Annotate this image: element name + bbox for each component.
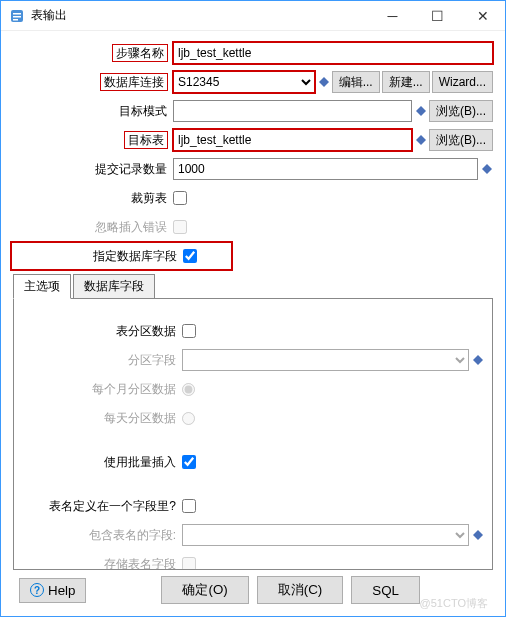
tab-main[interactable]: 主选项 <box>13 274 71 299</box>
truncate-label: 裁剪表 <box>13 190 173 207</box>
svg-rect-3 <box>13 19 18 21</box>
partition-field-select <box>182 349 469 371</box>
new-button[interactable]: 新建... <box>382 71 430 93</box>
app-icon <box>9 8 25 24</box>
help-label: Help <box>48 583 75 598</box>
diamond-icon[interactable] <box>472 354 484 366</box>
browse-table-button[interactable]: 浏览(B)... <box>429 129 493 151</box>
daily-label: 每天分区数据 <box>22 410 182 427</box>
ok-button[interactable]: 确定(O) <box>161 576 248 604</box>
svg-rect-2 <box>13 16 21 18</box>
sql-button[interactable]: SQL <box>351 576 420 604</box>
help-icon: ? <box>30 583 44 597</box>
cancel-button[interactable]: 取消(C) <box>257 576 344 604</box>
window-buttons: ─ ☐ ✕ <box>370 1 505 30</box>
commit-size-input[interactable] <box>173 158 478 180</box>
content-area: 步骤名称 数据库连接 S12345 编辑... 新建... Wizard... … <box>1 31 505 616</box>
table-name-field-label: 包含表名的字段: <box>22 527 182 544</box>
main-tab-panel: 表分区数据 分区字段 每个月分区数据 每天分区数据 使用批量插入 <box>13 298 493 570</box>
window-title: 表输出 <box>31 7 370 24</box>
store-table-name-checkbox <box>182 557 196 570</box>
target-table-input[interactable] <box>173 129 412 151</box>
close-button[interactable]: ✕ <box>460 1 505 30</box>
browse-schema-button[interactable]: 浏览(B)... <box>429 100 493 122</box>
specify-fields-label: 指定数据库字段 <box>13 248 183 265</box>
db-conn-select[interactable]: S12345 <box>173 71 315 93</box>
batch-insert-checkbox[interactable] <box>182 455 196 469</box>
commit-size-label: 提交记录数量 <box>13 161 173 178</box>
truncate-checkbox[interactable] <box>173 191 187 205</box>
table-in-field-label: 表名定义在一个字段里? <box>22 498 182 515</box>
db-conn-label: 数据库连接 <box>13 74 173 91</box>
monthly-label: 每个月分区数据 <box>22 381 182 398</box>
help-button[interactable]: ? Help <box>19 578 86 603</box>
ignore-errors-label: 忽略插入错误 <box>13 219 173 236</box>
table-name-field-select <box>182 524 469 546</box>
table-in-field-checkbox[interactable] <box>182 499 196 513</box>
step-name-input[interactable] <box>173 42 493 64</box>
wizard-button[interactable]: Wizard... <box>432 71 493 93</box>
diamond-icon[interactable] <box>415 105 427 117</box>
partition-checkbox[interactable] <box>182 324 196 338</box>
minimize-button[interactable]: ─ <box>370 1 415 30</box>
diamond-icon[interactable] <box>481 163 493 175</box>
svg-rect-1 <box>13 13 21 15</box>
diamond-icon[interactable] <box>318 76 330 88</box>
partition-label: 表分区数据 <box>22 323 182 340</box>
specify-fields-checkbox[interactable] <box>183 249 197 263</box>
titlebar: 表输出 ─ ☐ ✕ <box>1 1 505 31</box>
bottom-bar: ? Help 确定(O) 取消(C) SQL <box>13 570 493 610</box>
diamond-icon[interactable] <box>472 529 484 541</box>
monthly-radio <box>182 383 195 396</box>
batch-insert-label: 使用批量插入 <box>22 454 182 471</box>
partition-field-label: 分区字段 <box>22 352 182 369</box>
table-output-dialog: 表输出 ─ ☐ ✕ 步骤名称 数据库连接 S12345 编辑... 新建... … <box>0 0 506 617</box>
maximize-button[interactable]: ☐ <box>415 1 460 30</box>
target-schema-input[interactable] <box>173 100 412 122</box>
target-schema-label: 目标模式 <box>13 103 173 120</box>
tab-db-fields[interactable]: 数据库字段 <box>73 274 155 299</box>
edit-button[interactable]: 编辑... <box>332 71 380 93</box>
tab-strip: 主选项 数据库字段 <box>13 274 493 299</box>
diamond-icon[interactable] <box>415 134 427 146</box>
step-name-label: 步骤名称 <box>13 45 173 62</box>
target-table-label: 目标表 <box>13 132 173 149</box>
ignore-errors-checkbox <box>173 220 187 234</box>
daily-radio <box>182 412 195 425</box>
store-table-name-label: 存储表名字段 <box>22 556 182 571</box>
